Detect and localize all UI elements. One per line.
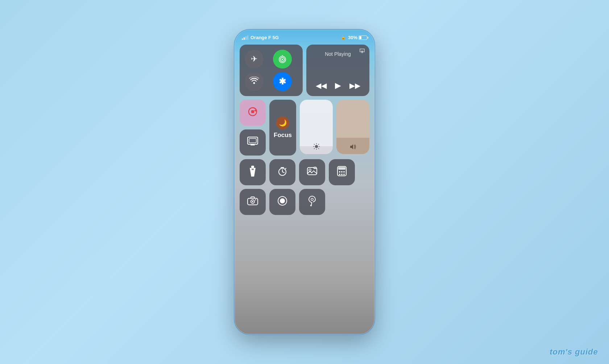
svg-line-26: [285, 168, 286, 169]
screen-mirror-button[interactable]: [240, 129, 266, 156]
svg-line-17: [318, 144, 319, 145]
status-right: 🔒 30%: [341, 35, 367, 40]
small-buttons-row-2: [240, 189, 369, 215]
carrier-name: Orange F 5G: [250, 35, 279, 40]
brightness-slider[interactable]: [300, 100, 333, 154]
play-button[interactable]: ▶: [334, 79, 343, 92]
cellular-button[interactable]: [273, 50, 292, 69]
wifi-button[interactable]: [245, 72, 264, 91]
svg-point-39: [343, 174, 345, 175]
flashlight-button[interactable]: [240, 159, 266, 185]
svg-point-2: [282, 59, 283, 60]
svg-point-43: [255, 199, 256, 200]
bluetooth-icon: ✱: [279, 76, 286, 87]
now-playing-label: Not Playing: [311, 51, 364, 57]
media-controls: ◀◀ ▶ ▶▶: [311, 79, 364, 92]
rewind-button[interactable]: ◀◀: [314, 80, 328, 91]
signal-bars: [242, 36, 248, 40]
battery-icon: [359, 36, 367, 40]
photos-icon: [307, 166, 317, 178]
timer-icon: [277, 166, 287, 179]
sliders-area: [300, 100, 369, 156]
battery-fill: [359, 36, 361, 39]
cellular-icon: [278, 55, 287, 63]
airplane-icon: ✈: [251, 54, 257, 64]
flashlight-icon: [248, 166, 257, 179]
record-icon: [277, 196, 287, 208]
calculator-button[interactable]: [329, 159, 355, 185]
svg-point-45: [280, 198, 285, 203]
status-left: Orange F 5G: [242, 35, 279, 40]
now-playing-block: Not Playing ◀◀ ▶ ▶▶: [306, 45, 369, 96]
bluetooth-button[interactable]: ✱: [273, 72, 292, 91]
battery-percent: 30%: [348, 35, 357, 40]
signal-bar-4: [247, 36, 248, 40]
svg-rect-9: [249, 138, 256, 143]
focus-moon-icon: 🌙: [276, 116, 289, 129]
middle-row: 🌙 Focus: [240, 100, 369, 156]
svg-point-46: [310, 205, 312, 206]
focus-label: Focus: [274, 132, 292, 139]
svg-point-34: [339, 171, 340, 173]
camera-icon: [247, 196, 258, 208]
svg-line-15: [314, 144, 315, 145]
svg-point-37: [339, 174, 340, 175]
hearing-button[interactable]: [299, 189, 325, 215]
rewind-icon: ◀◀: [316, 82, 327, 90]
volume-icon: [349, 144, 357, 151]
svg-line-16: [318, 148, 319, 149]
hearing-icon: [308, 195, 316, 209]
wifi-icon: [249, 76, 259, 87]
svg-rect-7: [251, 110, 254, 113]
camera-button[interactable]: [240, 189, 266, 215]
brightness-icon: [313, 143, 320, 151]
svg-rect-19: [251, 166, 254, 168]
signal-bar-3: [245, 36, 246, 40]
lock-icon: 🔒: [341, 35, 346, 40]
play-icon: ▶: [335, 81, 341, 90]
svg-point-35: [341, 171, 343, 173]
svg-line-18: [314, 148, 315, 149]
left-controls: [240, 100, 266, 156]
focus-area: 🌙 Focus: [269, 100, 296, 156]
volume-slider[interactable]: [336, 100, 369, 154]
record-button[interactable]: [269, 189, 295, 215]
phone-frame: Orange F 5G 🔒 30% ✈: [234, 29, 375, 335]
fast-forward-icon: ▶▶: [349, 82, 360, 90]
signal-bar-2: [244, 37, 245, 40]
battery-container: 30%: [348, 35, 367, 40]
svg-rect-33: [338, 167, 345, 170]
screen-mirror-icon: [247, 137, 258, 148]
svg-point-36: [343, 171, 345, 173]
small-buttons-row-1: [240, 159, 369, 185]
focus-button[interactable]: 🌙 Focus: [269, 100, 296, 156]
svg-point-5: [253, 82, 255, 84]
timer-button[interactable]: [269, 159, 295, 185]
connectivity-block: ✈: [240, 45, 303, 96]
svg-point-10: [315, 145, 318, 148]
airplay-icon[interactable]: [359, 48, 365, 55]
fast-forward-button[interactable]: ▶▶: [348, 80, 362, 91]
top-row: ✈: [240, 45, 369, 96]
calculator-icon: [337, 166, 347, 179]
svg-rect-20: [252, 169, 254, 170]
svg-point-42: [252, 201, 253, 202]
photos-button[interactable]: [299, 159, 325, 185]
rotation-lock-icon: [247, 106, 258, 120]
signal-bar-1: [242, 38, 243, 40]
svg-point-47: [311, 198, 313, 200]
svg-line-23: [282, 172, 284, 173]
status-bar: Orange F 5G 🔒 30%: [235, 30, 374, 43]
control-center: ✈: [240, 45, 369, 215]
rotation-lock-button[interactable]: [240, 100, 266, 126]
svg-point-38: [341, 174, 343, 175]
watermark: tom's guide: [550, 347, 598, 357]
airplane-mode-button[interactable]: ✈: [245, 50, 264, 69]
